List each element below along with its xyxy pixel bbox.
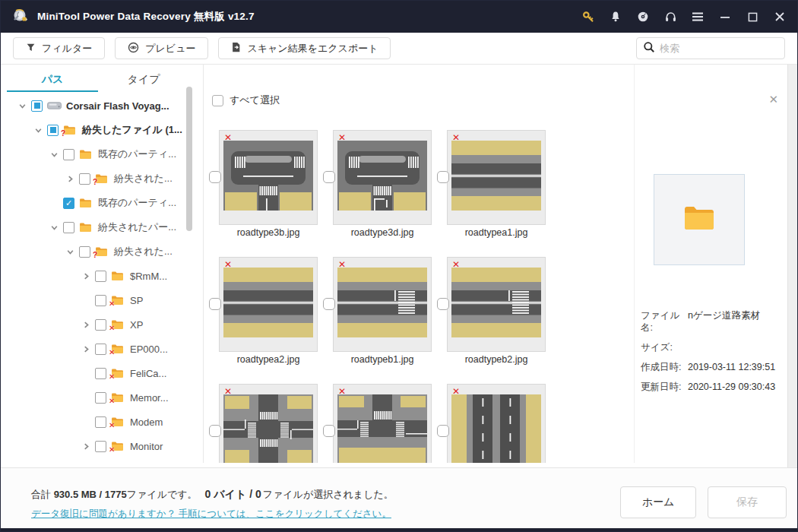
deleted-mark-icon: ✕ bbox=[452, 133, 460, 142]
tree-checkbox[interactable] bbox=[95, 344, 106, 355]
tree-item[interactable]: 既存のパーティ... bbox=[7, 142, 201, 166]
tree-item[interactable]: ? 紛失された... bbox=[7, 239, 201, 264]
file-thumbnail[interactable]: ✕ bbox=[219, 257, 318, 352]
tree-checkbox[interactable] bbox=[95, 441, 106, 452]
file-thumbnail[interactable]: ✕ bbox=[447, 384, 546, 463]
tree-item[interactable]: ✕ Modem bbox=[7, 410, 201, 434]
folder-icon bbox=[79, 149, 93, 160]
file-checkbox[interactable] bbox=[209, 298, 221, 310]
disc-icon[interactable] bbox=[636, 10, 650, 24]
chevron-right-icon[interactable] bbox=[81, 442, 90, 451]
tree-item[interactable]: ✕ EP000... bbox=[7, 337, 201, 361]
tree-checkbox[interactable] bbox=[95, 392, 106, 404]
drive-icon bbox=[47, 100, 62, 111]
tree-checkbox[interactable] bbox=[31, 100, 43, 112]
file-checkbox[interactable] bbox=[437, 171, 449, 183]
file-thumbnail[interactable]: ✕ bbox=[219, 130, 318, 225]
tree-item[interactable]: ? 紛失したファイル (1... bbox=[7, 118, 201, 142]
tree-checkbox[interactable] bbox=[79, 246, 90, 258]
tree-item-label: SP bbox=[130, 295, 143, 306]
chevron-down-icon[interactable] bbox=[33, 125, 43, 135]
tree-item[interactable]: ✕ XP bbox=[7, 312, 201, 337]
file-thumbnail[interactable]: ✕ bbox=[447, 257, 546, 352]
close-icon[interactable] bbox=[773, 10, 787, 24]
file-checkbox[interactable] bbox=[209, 171, 221, 183]
x-badge: ✕ bbox=[109, 349, 115, 356]
minimize-icon[interactable] bbox=[718, 10, 732, 24]
tree-checkbox[interactable] bbox=[95, 368, 106, 379]
deleted-mark-icon: ✕ bbox=[452, 260, 460, 269]
chevron-down-icon[interactable] bbox=[65, 247, 74, 256]
tree: Corsair Flash Voyag... ? 紛失したファイル (1... … bbox=[7, 93, 201, 458]
chevron-right-icon[interactable] bbox=[65, 174, 74, 183]
export-button[interactable]: スキャン結果をエクスポート bbox=[218, 37, 391, 59]
tree-checkbox[interactable] bbox=[95, 416, 106, 428]
chevron-down-icon[interactable] bbox=[49, 150, 59, 159]
chevron-right-icon[interactable] bbox=[81, 344, 90, 353]
home-button[interactable]: ホーム bbox=[620, 486, 696, 518]
filter-icon bbox=[26, 43, 36, 55]
select-all-checkbox[interactable] bbox=[212, 95, 223, 106]
folder-question-icon: ? bbox=[63, 125, 78, 135]
tree-item[interactable]: Corsair Flash Voyag... bbox=[7, 93, 201, 118]
tree-checkbox[interactable] bbox=[95, 271, 106, 282]
folder-question-icon: ? bbox=[95, 246, 109, 257]
file-checkbox[interactable] bbox=[209, 425, 221, 437]
file-thumbnail[interactable]: ✕ bbox=[333, 384, 432, 463]
file-checkbox[interactable] bbox=[437, 298, 449, 310]
file-name-label: roadtypea1.jpg bbox=[447, 227, 546, 238]
search-input[interactable] bbox=[660, 43, 778, 54]
key-icon[interactable] bbox=[581, 10, 595, 24]
preview-button[interactable]: プレビュー bbox=[115, 37, 208, 59]
deleted-mark-icon: ✕ bbox=[452, 387, 460, 396]
file-checkbox[interactable] bbox=[323, 298, 335, 310]
deleted-mark-icon: ✕ bbox=[338, 260, 346, 269]
file-thumbnail[interactable]: ✕ bbox=[333, 130, 432, 225]
tree-item[interactable]: 紛失されたパー... bbox=[7, 215, 201, 239]
chevron-down-icon[interactable] bbox=[17, 101, 27, 110]
toolbar: フィルター プレビュー スキャン結果をエクスポート bbox=[1, 33, 797, 65]
tree-checkbox[interactable] bbox=[79, 173, 90, 185]
file-name-label: roadtypeb1.jpg bbox=[333, 354, 432, 365]
tree-item-label: Modem bbox=[130, 416, 163, 428]
tab-type[interactable]: タイプ bbox=[98, 69, 189, 92]
file-checkbox[interactable] bbox=[323, 171, 335, 183]
tree-checkbox[interactable] bbox=[95, 295, 106, 306]
chevron-down-icon[interactable] bbox=[49, 223, 59, 232]
tree-item[interactable]: ✕ SP bbox=[7, 288, 201, 312]
menu-icon[interactable] bbox=[691, 10, 705, 24]
tree-checkbox[interactable] bbox=[47, 125, 59, 136]
tree-item[interactable]: $RmM... bbox=[7, 264, 201, 288]
detail-field: 更新日時: 2020-11-29 09:30:43 bbox=[641, 381, 784, 393]
total-size-count: 930.5 MB / 1775 bbox=[54, 489, 127, 500]
x-badge: ✕ bbox=[109, 300, 115, 308]
tree-checkbox[interactable] bbox=[63, 198, 74, 209]
tree-item[interactable]: ✕ Memor... bbox=[7, 385, 201, 410]
filter-button[interactable]: フィルター bbox=[13, 37, 105, 59]
bell-icon[interactable] bbox=[609, 10, 622, 24]
tree-checkbox[interactable] bbox=[95, 319, 106, 331]
tree-item[interactable]: ? 紛失された... bbox=[7, 166, 201, 191]
file-thumbnail[interactable]: ✕ bbox=[333, 257, 432, 352]
tab-path[interactable]: パス bbox=[7, 69, 98, 92]
chevron-right-icon[interactable] bbox=[81, 320, 90, 329]
content-scrollbar-track[interactable] bbox=[787, 65, 798, 467]
save-button[interactable]: 保存 bbox=[708, 486, 787, 518]
tree-checkbox[interactable] bbox=[63, 222, 74, 233]
file-checkbox[interactable] bbox=[437, 425, 449, 437]
tree-item[interactable]: ✕ FeliCa... bbox=[7, 361, 201, 385]
file-thumbnail[interactable]: ✕ bbox=[447, 130, 546, 225]
tree-item[interactable]: ✕ Monitor bbox=[7, 434, 201, 458]
file-thumbnail[interactable]: ✕ bbox=[219, 384, 318, 463]
maximize-icon[interactable] bbox=[746, 10, 759, 24]
help-link[interactable]: データ復旧に問題がありますか？ 手順については、ここをクリックしてください。 bbox=[31, 508, 391, 521]
file-checkbox[interactable] bbox=[323, 425, 335, 437]
tree-item-label: 紛失したファイル (1... bbox=[82, 123, 182, 137]
tree-item[interactable]: 既存のパーティ... bbox=[7, 191, 201, 215]
detail-field-value: 2019-03-11 12:39:51 bbox=[688, 361, 775, 373]
close-details-icon[interactable]: ✕ bbox=[768, 93, 778, 105]
tree-scrollbar-thumb[interactable] bbox=[186, 87, 192, 231]
chevron-right-icon[interactable] bbox=[81, 271, 90, 280]
tree-checkbox[interactable] bbox=[63, 149, 74, 160]
headset-icon[interactable] bbox=[663, 10, 677, 24]
